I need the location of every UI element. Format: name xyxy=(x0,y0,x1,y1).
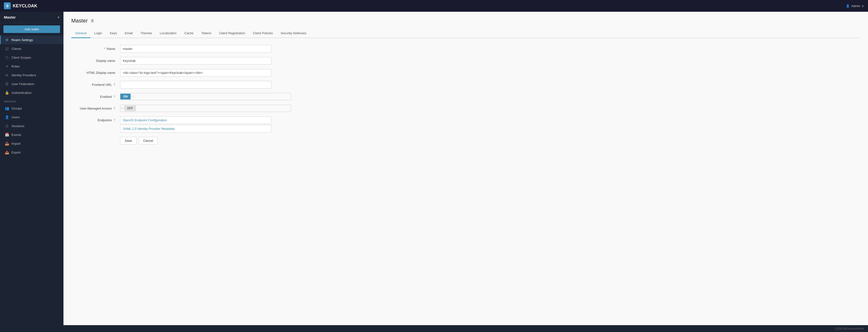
tab-client-policies[interactable]: Client Policies xyxy=(249,29,277,38)
tab-keys[interactable]: Keys xyxy=(106,29,121,38)
brand: KEYCLOAK xyxy=(4,2,37,9)
sidebar-item-sessions[interactable]: ◷ Sessions xyxy=(0,121,63,130)
user-managed-access-toggle[interactable]: OFF xyxy=(120,105,291,112)
save-button[interactable]: Save xyxy=(120,137,137,144)
frontend-url-field-control xyxy=(120,81,291,88)
required-indicator: * xyxy=(104,47,105,51)
name-input[interactable] xyxy=(120,45,272,53)
authentication-icon: 🔒 xyxy=(5,91,9,94)
main-content: Master 🗑 General Login Keys Email Themes… xyxy=(63,12,868,325)
sidebar-item-label: Client Scopes xyxy=(11,56,31,59)
form-actions: Save Cancel xyxy=(71,137,291,144)
enabled-field-row: Enabled ? ON xyxy=(71,93,291,100)
tab-tokens[interactable]: Tokens xyxy=(197,29,215,38)
display-name-field-row: Display name xyxy=(71,57,291,64)
cancel-button[interactable]: Cancel xyxy=(138,137,158,144)
sidebar-item-export[interactable]: 📤 Export xyxy=(0,148,63,157)
name-field-row: * Name xyxy=(71,45,291,53)
user-managed-access-field-row: User-Managed Access ? OFF xyxy=(71,105,291,112)
client-scopes-icon: ⬡ xyxy=(5,55,9,59)
sidebar-item-label: Events xyxy=(11,133,21,137)
toggle-off-label: OFF xyxy=(124,105,136,111)
html-display-name-input[interactable] xyxy=(120,69,272,77)
toggle-on-indicator xyxy=(120,107,124,110)
users-icon: 👤 xyxy=(5,115,9,119)
endpoints-field-row: Endpoints ? OpenID Endpoint Configuratio… xyxy=(71,116,291,133)
enabled-label: Enabled ? xyxy=(71,93,120,99)
display-name-label: Display name xyxy=(71,57,120,62)
user-managed-access-help-icon[interactable]: ? xyxy=(114,107,115,110)
tab-cache[interactable]: Cache xyxy=(180,29,197,38)
frontend-url-label: Frontend URL ? xyxy=(71,81,120,87)
sidebar-item-label: Authentication xyxy=(11,91,31,94)
endpoint-saml-link[interactable]: SAML 2.0 Identity Provider Metadata xyxy=(120,125,272,133)
groups-icon: 👥 xyxy=(5,106,9,110)
tab-general[interactable]: General xyxy=(71,29,90,38)
keycloak-logo-icon xyxy=(4,2,11,9)
footer: CSDR @GoldenaArcher xyxy=(0,325,868,332)
realm-chevron-icon: ∨ xyxy=(57,16,60,19)
sidebar-item-label: Groups xyxy=(11,107,22,110)
enabled-toggle[interactable]: ON xyxy=(120,93,291,100)
sidebar-item-label: User Federation xyxy=(11,82,34,86)
add-realm-button[interactable]: Add realm xyxy=(3,25,60,33)
sidebar-item-events[interactable]: 📅 Events xyxy=(0,130,63,139)
delete-realm-icon[interactable]: 🗑 xyxy=(91,19,94,23)
import-icon: 📥 xyxy=(5,142,9,145)
html-display-name-field-row: HTML Display name xyxy=(71,69,291,77)
identity-providers-icon: ⇄ xyxy=(5,73,9,77)
realm-selector[interactable]: Master ∨ xyxy=(0,12,63,23)
enabled-help-icon[interactable]: ? xyxy=(114,95,115,99)
endpoints-help-icon[interactable]: ? xyxy=(114,118,115,122)
display-name-field-control xyxy=(120,57,291,64)
user-managed-access-field-control: OFF xyxy=(120,105,291,112)
roles-icon: ≡ xyxy=(5,64,9,68)
sidebar-item-import[interactable]: 📥 Import xyxy=(0,139,63,148)
user-menu[interactable]: 👤 Admin ∨ xyxy=(846,4,864,8)
frontend-url-input[interactable] xyxy=(120,81,272,88)
tab-client-registration[interactable]: Client Registration xyxy=(215,29,249,38)
display-name-input[interactable] xyxy=(120,57,272,64)
endpoints-label: Endpoints ? xyxy=(71,116,120,122)
clients-icon: ◱ xyxy=(5,47,9,51)
endpoint-openid-link[interactable]: OpenID Endpoint Configuration xyxy=(120,116,272,124)
manage-section-label: Manage xyxy=(0,97,63,104)
export-icon: 📤 xyxy=(5,150,9,154)
sidebar-item-realm-settings[interactable]: ⚙ Realm Settings xyxy=(0,35,63,44)
sidebar-item-label: Sessions xyxy=(11,124,24,128)
frontend-url-help-icon[interactable]: ? xyxy=(114,83,115,87)
endpoints-field-control: OpenID Endpoint Configuration SAML 2.0 I… xyxy=(120,116,291,133)
app-body: Master ∨ Add realm ⚙ Realm Settings ◱ Cl… xyxy=(0,12,868,325)
name-label: * Name xyxy=(71,45,120,51)
page-title: Master xyxy=(71,18,88,24)
tab-themes[interactable]: Themes xyxy=(136,29,156,38)
sidebar-item-user-federation[interactable]: ☰ User Federation xyxy=(0,79,63,88)
tab-email[interactable]: Email xyxy=(121,29,137,38)
sidebar-item-clients[interactable]: ◱ Clients xyxy=(0,44,63,53)
sidebar-item-label: Roles xyxy=(11,64,20,68)
sidebar-item-groups[interactable]: 👥 Groups xyxy=(0,104,63,113)
footer-text: CSDR @GoldenaArcher xyxy=(835,327,864,330)
realm-name: Master xyxy=(4,15,16,19)
sidebar-item-roles[interactable]: ≡ Roles xyxy=(0,62,63,71)
sessions-icon: ◷ xyxy=(5,124,9,128)
sidebar-item-client-scopes[interactable]: ⬡ Client Scopes xyxy=(0,53,63,62)
toggle-off-indicator xyxy=(131,95,134,98)
toggle-on-label: ON xyxy=(120,94,131,100)
page-header: Master 🗑 xyxy=(71,18,860,24)
html-display-name-field-control xyxy=(120,69,291,77)
sidebar-item-identity-providers[interactable]: ⇄ Identity Providers xyxy=(0,71,63,79)
tab-login[interactable]: Login xyxy=(90,29,106,38)
user-icon: 👤 xyxy=(846,4,850,8)
sidebar-item-label: Users xyxy=(11,115,20,119)
sidebar-item-authentication[interactable]: 🔒 Authentication xyxy=(0,88,63,97)
brand-name: KEYCLOAK xyxy=(13,3,37,8)
sidebar-item-users[interactable]: 👤 Users xyxy=(0,113,63,121)
endpoints-list: OpenID Endpoint Configuration SAML 2.0 I… xyxy=(120,116,291,133)
frontend-url-field-row: Frontend URL ? xyxy=(71,81,291,88)
tab-security-defenses[interactable]: Security Defenses xyxy=(277,29,310,38)
tab-localization[interactable]: Localization xyxy=(156,29,180,38)
user-managed-access-label: User-Managed Access ? xyxy=(71,105,120,110)
sidebar-item-label: Identity Providers xyxy=(11,73,36,77)
enabled-field-control: ON xyxy=(120,93,291,100)
